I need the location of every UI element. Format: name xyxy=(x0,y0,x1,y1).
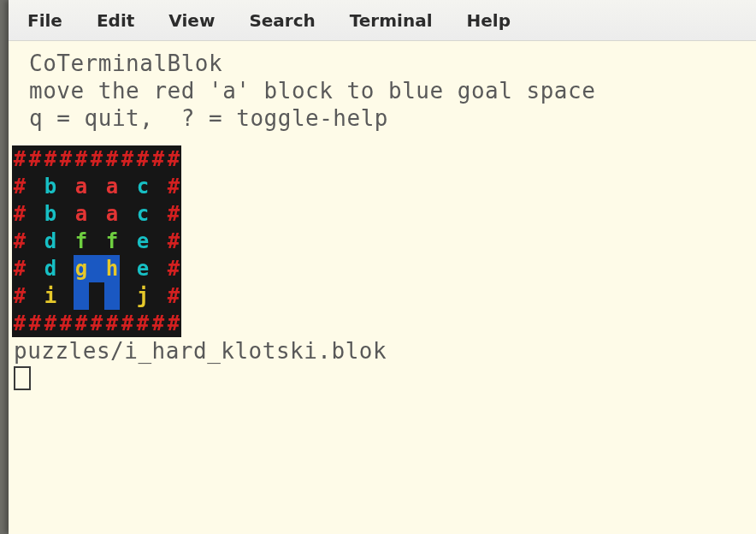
board-cell-0-9: # xyxy=(151,145,166,173)
board-cell-0-1: # xyxy=(27,145,43,173)
board-cell-2-3 xyxy=(58,200,74,228)
menu-file[interactable]: File xyxy=(27,5,81,36)
board-cell-1-1 xyxy=(27,173,43,200)
board-cell-0-4: # xyxy=(74,145,89,173)
board-cell-0-3: # xyxy=(58,145,74,173)
board-cell-5-5 xyxy=(89,282,104,310)
board-cell-0-7: # xyxy=(120,145,135,173)
menu-search[interactable]: Search xyxy=(249,5,334,36)
menu-help[interactable]: Help xyxy=(467,5,529,36)
board-cell-0-5: # xyxy=(89,145,104,173)
board-cell-6-9: # xyxy=(151,310,166,337)
board-cell-1-8: c xyxy=(135,173,151,200)
board-cell-1-10: # xyxy=(166,173,181,200)
board-cell-6-1: # xyxy=(27,310,43,337)
instruction-line: move the red 'a' block to blue goal spac… xyxy=(9,77,756,104)
board-cell-1-3 xyxy=(58,173,74,200)
board-cell-2-1 xyxy=(27,200,43,228)
board-cell-5-7 xyxy=(120,282,135,310)
board-cell-3-5 xyxy=(89,228,104,255)
board-cell-0-6: # xyxy=(104,145,120,173)
board-cell-0-8: # xyxy=(135,145,151,173)
board-cell-0-2: # xyxy=(43,145,58,173)
board-cell-2-2: b xyxy=(43,200,58,228)
board-cell-3-10: # xyxy=(166,228,181,255)
board-cell-3-1 xyxy=(27,228,43,255)
menu-terminal[interactable]: Terminal xyxy=(350,5,452,36)
board-cell-5-6 xyxy=(104,282,120,310)
board-cell-6-7: # xyxy=(120,310,135,337)
board-cell-1-6: a xyxy=(104,173,120,200)
board-cell-6-8: # xyxy=(135,310,151,337)
game-board: ############ b a a c ## b a a c ## d f f… xyxy=(12,145,181,337)
board-cell-4-5 xyxy=(89,255,104,282)
board-cell-5-3 xyxy=(58,282,74,310)
board-cell-1-0: # xyxy=(12,173,27,200)
board-cell-2-4: a xyxy=(74,200,89,228)
board-cell-4-8: e xyxy=(135,255,151,282)
board-cell-4-3 xyxy=(58,255,74,282)
board-cell-6-4: # xyxy=(74,310,89,337)
menubar: File Edit View Search Terminal Help xyxy=(9,0,756,41)
board-cell-3-6: f xyxy=(104,228,120,255)
board-cell-4-6: h xyxy=(104,255,120,282)
board-cell-3-7 xyxy=(120,228,135,255)
menu-view[interactable]: View xyxy=(168,5,233,36)
board-cell-3-9 xyxy=(151,228,166,255)
board-cell-1-2: b xyxy=(43,173,58,200)
board-cell-4-0: # xyxy=(12,255,27,282)
board-cell-3-2: d xyxy=(43,228,58,255)
board-cell-4-7 xyxy=(120,255,135,282)
board-cell-4-2: d xyxy=(43,255,58,282)
board-cell-2-0: # xyxy=(12,200,27,228)
board-cell-1-7 xyxy=(120,173,135,200)
app-title: CoTerminalBlok xyxy=(9,50,756,77)
board-cell-3-3 xyxy=(58,228,74,255)
board-cell-2-7 xyxy=(120,200,135,228)
board-cell-6-2: # xyxy=(43,310,58,337)
board-cell-5-2: i xyxy=(43,282,58,310)
terminal-cursor xyxy=(14,366,31,390)
board-cell-4-4: g xyxy=(74,255,89,282)
board-cell-5-1 xyxy=(27,282,43,310)
board-cell-0-0: # xyxy=(12,145,27,173)
terminal-window: File Edit View Search Terminal Help CoTe… xyxy=(9,0,756,534)
board-cell-5-8: j xyxy=(135,282,151,310)
board-cell-4-9 xyxy=(151,255,166,282)
file-path: puzzles/i_hard_klotski.blok xyxy=(9,337,756,365)
board-cell-0-10: # xyxy=(166,145,181,173)
board-cell-6-0: # xyxy=(12,310,27,337)
board-cell-1-9 xyxy=(151,173,166,200)
board-cell-2-6: a xyxy=(104,200,120,228)
board-cell-3-8: e xyxy=(135,228,151,255)
board-cell-4-1 xyxy=(27,255,43,282)
board-cell-2-10: # xyxy=(166,200,181,228)
board-cell-5-10: # xyxy=(166,282,181,310)
board-cell-2-9 xyxy=(151,200,166,228)
board-cell-4-10: # xyxy=(166,255,181,282)
board-cell-2-8: c xyxy=(135,200,151,228)
board-cell-6-6: # xyxy=(104,310,120,337)
board-cell-6-5: # xyxy=(89,310,104,337)
board-cell-6-10: # xyxy=(166,310,181,337)
terminal-output[interactable]: CoTerminalBlok move the red 'a' block to… xyxy=(9,41,756,390)
board-cell-2-5 xyxy=(89,200,104,228)
board-cell-6-3: # xyxy=(58,310,74,337)
board-cell-5-4 xyxy=(74,282,89,310)
board-cell-1-4: a xyxy=(74,173,89,200)
board-cell-1-5 xyxy=(89,173,104,200)
board-cell-5-0: # xyxy=(12,282,27,310)
controls-line: q = quit, ? = toggle-help xyxy=(9,104,756,132)
board-cell-3-0: # xyxy=(12,228,27,255)
board-cell-5-9 xyxy=(151,282,166,310)
board-cell-3-4: f xyxy=(74,228,89,255)
menu-edit[interactable]: Edit xyxy=(97,5,153,36)
